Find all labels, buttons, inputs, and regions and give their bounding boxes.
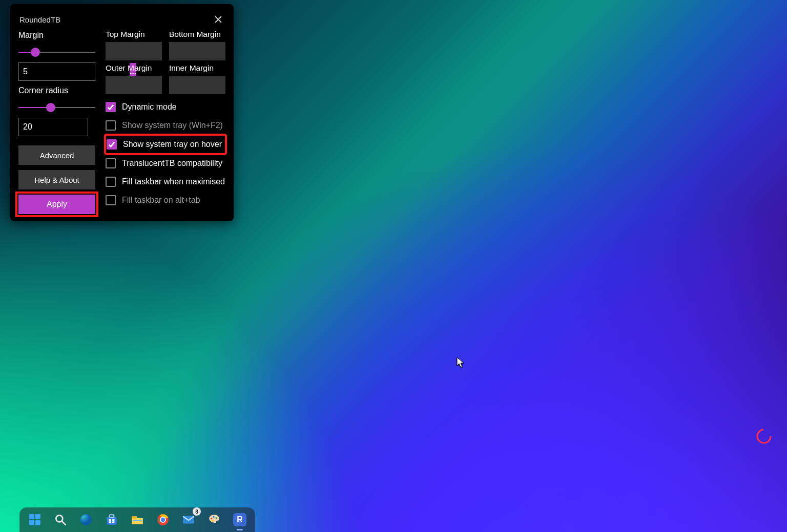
mail-icon	[182, 513, 195, 526]
outer-margin-label: Outer Margin	[106, 63, 162, 73]
margin-input-wrap: ...	[18, 62, 95, 81]
dialog-body: Margin ... Corner radius Advanced Help &…	[18, 30, 225, 214]
edge-icon	[79, 513, 93, 526]
top-margin-label: Top Margin	[106, 30, 162, 39]
close-icon	[215, 16, 222, 23]
dynamic-mode-checkbox[interactable]	[106, 102, 116, 112]
svg-rect-9	[109, 519, 111, 521]
paint-button[interactable]	[204, 509, 224, 530]
inner-margin-label: Inner Margin	[169, 63, 225, 73]
translucenttb-label: TranslucentTB compatibility	[122, 159, 222, 168]
fill-max-label: Fill taskbar when maximised	[122, 177, 225, 186]
translucenttb-row: TranslucentTB compatibility	[106, 155, 225, 172]
titlebar: RoundedTB	[18, 12, 225, 27]
svg-rect-7	[107, 517, 117, 525]
top-margin-input[interactable]	[106, 42, 162, 60]
margin-slider[interactable]	[18, 45, 95, 59]
apply-button[interactable]: Apply	[18, 195, 95, 214]
show-tray-row: Show system tray (Win+F2)	[106, 117, 225, 134]
svg-rect-10	[112, 519, 114, 521]
margin-label: Margin	[18, 31, 95, 40]
dynamic-mode-label: Dynamic mode	[122, 102, 177, 112]
roundedtb-icon: R	[233, 513, 246, 526]
check-icon	[108, 141, 115, 148]
svg-rect-13	[132, 517, 137, 519]
show-tray-hover-checkbox[interactable]	[107, 139, 117, 150]
window-title: RoundedTB	[18, 15, 60, 24]
loading-spinner-icon	[755, 428, 773, 445]
show-tray-hover-label: Show system tray on hover	[123, 140, 222, 149]
svg-rect-11	[109, 521, 111, 523]
right-column: Top Margin Bottom Margin Outer Margin In…	[106, 30, 225, 214]
svg-rect-12	[112, 521, 114, 523]
bottom-margin-input[interactable]	[169, 42, 225, 60]
search-button[interactable]	[50, 509, 71, 530]
svg-line-5	[62, 521, 66, 525]
svg-rect-2	[29, 520, 34, 525]
fill-alt-label: Fill taskbar on alt+tab	[122, 196, 200, 205]
translucenttb-checkbox[interactable]	[106, 158, 116, 168]
inner-margin-input[interactable]	[169, 76, 225, 94]
svg-rect-1	[35, 514, 40, 519]
taskbar: 8 R	[19, 507, 255, 532]
corner-radius-slider[interactable]	[18, 100, 95, 115]
chrome-icon	[156, 513, 170, 526]
mouse-cursor-icon	[457, 357, 465, 368]
corner-radius-input-wrap	[18, 118, 88, 136]
show-tray-label: Show system tray (Win+F2)	[122, 121, 223, 130]
chrome-button[interactable]	[153, 509, 173, 530]
file-explorer-button[interactable]	[127, 509, 148, 530]
edge-button[interactable]	[76, 509, 96, 530]
store-icon	[105, 513, 118, 526]
check-icon	[107, 103, 114, 111]
show-tray-hover-row: Show system tray on hover	[106, 135, 225, 154]
svg-rect-0	[29, 514, 34, 519]
roundedtb-taskbar-button[interactable]: R	[230, 509, 250, 530]
margin-grid: Top Margin Bottom Margin Outer Margin In…	[106, 30, 225, 94]
close-button[interactable]	[211, 12, 225, 27]
svg-point-23	[757, 430, 771, 443]
svg-point-17	[161, 518, 165, 522]
advanced-button[interactable]: Advanced	[18, 145, 95, 165]
show-tray-checkbox[interactable]	[106, 120, 116, 131]
fill-max-row: Fill taskbar when maximised	[106, 173, 225, 190]
start-button[interactable]	[25, 509, 45, 530]
fill-max-checkbox[interactable]	[106, 177, 116, 187]
svg-point-21	[216, 517, 217, 519]
store-button[interactable]	[101, 509, 122, 530]
mail-badge: 8	[193, 507, 201, 516]
svg-rect-3	[35, 520, 40, 525]
svg-rect-14	[133, 520, 141, 521]
svg-point-22	[212, 520, 213, 521]
svg-rect-8	[110, 515, 114, 517]
paint-icon	[208, 513, 221, 526]
mail-button[interactable]: 8	[178, 509, 199, 530]
search-icon	[54, 513, 67, 526]
bottom-margin-label: Bottom Margin	[169, 30, 225, 39]
left-column: Margin ... Corner radius Advanced Help &…	[18, 30, 95, 214]
file-explorer-icon	[131, 513, 144, 526]
svg-point-19	[211, 518, 212, 519]
outer-margin-input[interactable]	[106, 76, 162, 94]
fill-alt-row: Fill taskbar on alt+tab	[106, 191, 225, 209]
svg-point-20	[213, 516, 214, 518]
start-icon	[28, 513, 42, 526]
fill-alt-checkbox[interactable]	[106, 195, 116, 205]
help-about-button[interactable]: Help & About	[18, 170, 95, 189]
corner-radius-label: Corner radius	[18, 86, 95, 95]
roundedtb-window: RoundedTB Margin ... Corner radius	[10, 4, 234, 221]
dynamic-mode-row: Dynamic mode	[106, 98, 225, 116]
